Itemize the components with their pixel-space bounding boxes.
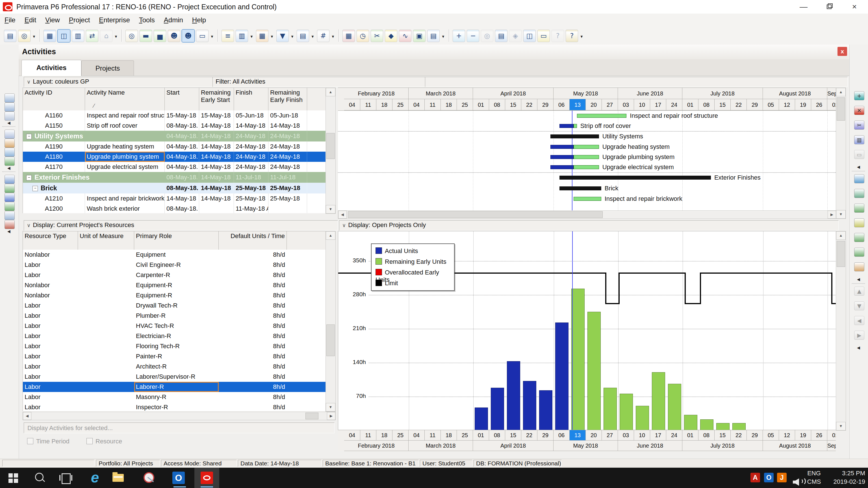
- column-header[interactable]: Default Units / Time: [219, 231, 287, 250]
- gantt-layout-icon[interactable]: ◫: [58, 30, 70, 42]
- roles-icon[interactable]: [854, 189, 864, 198]
- timeline-month[interactable]: July 2018: [682, 88, 763, 99]
- documents-icon[interactable]: [4, 202, 15, 211]
- add-icon[interactable]: +: [854, 91, 864, 100]
- columns-dropdown-icon[interactable]: ▼: [250, 34, 253, 39]
- cell-uom[interactable]: [78, 321, 134, 331]
- timeline-week[interactable]: 01: [473, 430, 489, 441]
- cell-type[interactable]: Labor: [23, 351, 78, 361]
- cell-uom[interactable]: [78, 402, 134, 411]
- risks-icon[interactable]: [4, 220, 15, 229]
- taskbar-task-view-icon[interactable]: [54, 468, 79, 488]
- cell-name[interactable]: Upgrade electrical system: [85, 162, 165, 172]
- timeline-week[interactable]: 25: [393, 430, 409, 441]
- timeline-week[interactable]: 18: [376, 99, 393, 110]
- cell-uom[interactable]: [78, 270, 134, 280]
- cell-role[interactable]: Civil Engineer-R: [134, 260, 219, 270]
- timeline-week[interactable]: 03: [618, 99, 634, 110]
- print-preview-icon[interactable]: ◎: [18, 30, 31, 42]
- cell-type[interactable]: Labor: [23, 402, 78, 411]
- timeline-week[interactable]: 02: [827, 430, 836, 441]
- wbs-chart-icon[interactable]: ⌂: [100, 30, 113, 42]
- gantt-bar-black[interactable]: [559, 176, 711, 180]
- timeline-week[interactable]: 15: [715, 430, 731, 441]
- cell-role[interactable]: Drywall Tech-R: [134, 300, 219, 311]
- close-button[interactable]: ×: [848, 2, 861, 12]
- column-header[interactable]: RemainingEarly Start: [199, 88, 234, 111]
- cell-role[interactable]: Flooring Tech-R: [134, 341, 219, 351]
- cell-units[interactable]: 8h/d: [219, 311, 287, 321]
- menu-item-tools[interactable]: Tools: [134, 13, 159, 27]
- split-vertical-icon[interactable]: ◫: [523, 30, 536, 42]
- filter-icon[interactable]: ▼: [276, 30, 289, 42]
- cell-remaining_early_finish[interactable]: 05-Jun-18: [269, 110, 307, 121]
- cell-start[interactable]: 08-May-18.: [165, 204, 199, 213]
- resource-row[interactable]: LaborArchitect-R8h/d: [23, 361, 326, 372]
- resources-display-selector[interactable]: ∨Display: Current Project's Resources: [24, 220, 338, 230]
- collapse-arrow-icon[interactable]: ◀: [7, 166, 10, 170]
- timeline-week[interactable]: 22: [521, 99, 537, 110]
- cell-units[interactable]: 8h/d: [219, 382, 287, 392]
- cell-role[interactable]: Architect-R: [134, 361, 219, 372]
- cell-start[interactable]: 08-May-18.: [165, 121, 199, 131]
- timeline-week[interactable]: 29: [537, 99, 554, 110]
- layout-options-dropdown-icon[interactable]: ▼: [441, 34, 445, 39]
- scroll-up-icon[interactable]: ▲: [326, 231, 335, 240]
- histogram-bar[interactable]: [636, 406, 649, 430]
- table-row[interactable]: A1150Strip off roof cover08-May-18.14-Ma…: [23, 121, 326, 131]
- move-down-icon[interactable]: ▼: [854, 301, 864, 311]
- scroll-down-icon[interactable]: ▼: [836, 422, 846, 430]
- assign-resource-icon[interactable]: [854, 204, 864, 213]
- timeline-week[interactable]: 20: [586, 99, 602, 110]
- timeline-week[interactable]: 02: [827, 99, 836, 110]
- cell-type[interactable]: Nonlabor: [23, 290, 78, 300]
- checkbox-icon[interactable]: [27, 438, 33, 444]
- cell-name[interactable]: Inspect and repair brickwork: [85, 193, 165, 204]
- resource-row[interactable]: LaborInspector-R8h/d: [23, 402, 326, 411]
- scroll-thumb[interactable]: [837, 97, 845, 121]
- filter-dropdown-icon[interactable]: ▼: [290, 34, 294, 39]
- histogram-bar[interactable]: [555, 323, 568, 430]
- tray-acrobat-icon[interactable]: A: [750, 472, 761, 484]
- cell-units[interactable]: 8h/d: [219, 351, 287, 361]
- expenses-icon[interactable]: [4, 211, 15, 220]
- column-header[interactable]: Finish: [234, 88, 269, 111]
- scroll-up-icon[interactable]: ▲: [836, 88, 846, 96]
- checkbox-resource[interactable]: Resource: [87, 437, 122, 446]
- move-right-icon[interactable]: ▶: [854, 331, 864, 340]
- cell-units[interactable]: 8h/d: [219, 331, 287, 341]
- cell-id[interactable]: A1180: [23, 152, 85, 162]
- cell-remaining_early_finish[interactable]: 24-May-18: [269, 162, 307, 172]
- layout-selector[interactable]: ∨Layout: couleurs GP: [24, 77, 215, 87]
- collapse-all-icon[interactable]: ◈: [509, 30, 522, 42]
- open-project-icon[interactable]: [4, 102, 15, 111]
- menu-item-view[interactable]: View: [41, 13, 64, 27]
- timeline-week[interactable]: 27: [602, 430, 618, 441]
- cell-start[interactable]: 04-May-18.: [165, 162, 199, 172]
- checkbox-icon[interactable]: [87, 438, 93, 444]
- timeline-week[interactable]: 22: [731, 430, 747, 441]
- taskbar-start-icon[interactable]: [3, 468, 28, 488]
- notebook-icon[interactable]: ◆: [385, 30, 397, 42]
- timeline-week[interactable]: 11: [425, 99, 441, 110]
- histogram-bar[interactable]: [603, 388, 617, 430]
- histogram-display-selector[interactable]: ∨Display: Open Projects Only: [339, 220, 839, 230]
- menu-item-edit[interactable]: Edit: [20, 13, 41, 27]
- zoom-in-icon[interactable]: +: [453, 30, 465, 42]
- cell-uom[interactable]: [78, 341, 134, 351]
- table-row[interactable]: A1160Inspect and repair roof struct15-Ma…: [23, 110, 326, 121]
- gantt-bar-blue[interactable]: [559, 124, 574, 128]
- scroll-up-icon[interactable]: ▲: [836, 231, 846, 240]
- column-header[interactable]: Primary Role: [134, 231, 219, 250]
- collapse-expander-icon[interactable]: −: [26, 134, 32, 139]
- histogram-bar[interactable]: [539, 390, 552, 430]
- assignments-icon[interactable]: [4, 193, 15, 202]
- cell-name[interactable]: Inspect and repair roof struct: [85, 110, 165, 121]
- line-numbers-dropdown-icon[interactable]: ▼: [331, 34, 335, 39]
- tab-projects[interactable]: Projects: [82, 60, 134, 76]
- filter-selector[interactable]: Filter: All Activities: [213, 77, 427, 87]
- table-row[interactable]: A1180Upgrade plumbing system04-May-18.14…: [23, 152, 326, 162]
- cell-finish[interactable]: 14-May-18: [234, 121, 269, 131]
- cell-remaining_early_finish[interactable]: 24-May-18: [269, 141, 307, 152]
- timeline-week[interactable]: 20: [586, 430, 602, 441]
